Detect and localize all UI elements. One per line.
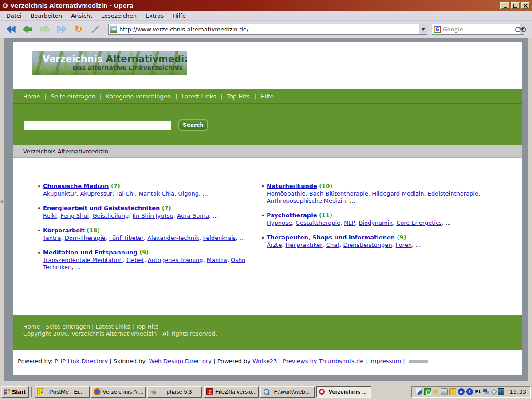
subcategory-link[interactable]: Mantra xyxy=(207,257,227,263)
google-search-input[interactable] xyxy=(443,26,518,33)
subcategory-link[interactable]: Homöopathie xyxy=(267,190,305,197)
google-search-field[interactable]: G xyxy=(432,24,520,35)
subcategory-link[interactable]: Ärzte xyxy=(267,242,282,248)
messenger-a-tray-icon[interactable]: a xyxy=(458,388,465,395)
task-button-opera[interactable]: Verzeichnis ... xyxy=(316,386,371,398)
powered-link[interactable]: Impressum xyxy=(369,358,401,364)
subcategory-link[interactable]: Alexander-Technik xyxy=(147,235,199,241)
subcategory-link[interactable]: Fünf Tibeter xyxy=(109,235,144,241)
subcategory-link[interactable]: Anthroposophische Medizin xyxy=(267,197,346,204)
nav-separator: | xyxy=(254,93,256,100)
category-link[interactable]: Chinesische Medizin xyxy=(43,183,109,189)
lan-status-tray-icon[interactable] xyxy=(483,388,490,395)
subcategory-link[interactable]: Biodynamik xyxy=(359,219,392,226)
category-link[interactable]: Energiearbeit und Geistestechniken xyxy=(43,205,160,211)
footer-link[interactable]: Top Hits xyxy=(136,323,158,330)
category-link[interactable]: Körperarbeit xyxy=(43,227,85,234)
zoom-view-button[interactable] xyxy=(513,23,528,36)
menu-item[interactable]: Datei xyxy=(2,12,26,20)
nav-item[interactable]: Kategorie vorschlagen xyxy=(106,93,171,100)
subcategory-link[interactable]: Gestalttherapie xyxy=(296,219,340,226)
subcategory-link[interactable]: Autogenes Training xyxy=(148,257,203,263)
subcategory-link[interactable]: Akupunktur xyxy=(43,190,76,197)
subcategory-link[interactable]: Foren xyxy=(396,242,412,248)
subcategory-link[interactable]: Feldenkrais xyxy=(203,235,236,241)
subcategory-link[interactable]: Hypnose xyxy=(267,219,292,226)
messenger-f-tray-icon[interactable]: f xyxy=(466,388,473,395)
close-button[interactable] xyxy=(521,2,530,9)
category-link[interactable]: Therapeuten, Shops und Informationen xyxy=(267,234,395,241)
menu-item[interactable]: Lesezeichen xyxy=(97,12,141,20)
powered-link[interactable]: Wolke23 xyxy=(252,358,277,364)
powered-link[interactable]: Web Design Directory xyxy=(149,358,212,364)
subcategory-link[interactable]: Dorn-Therapie xyxy=(65,235,106,241)
rewind-button[interactable] xyxy=(4,23,19,36)
address-dropdown-button[interactable] xyxy=(419,24,427,35)
quick-edit-button[interactable] xyxy=(88,23,103,36)
subcategory-link[interactable]: Mantak Chia xyxy=(138,190,174,197)
reload-button[interactable]: ↻ xyxy=(71,23,86,36)
nav-item[interactable]: Top Hits xyxy=(227,93,249,100)
subcategory-link[interactable]: Aura-Soma xyxy=(177,212,209,219)
scheduler-tray-icon[interactable] xyxy=(490,388,497,395)
subcategory-link[interactable]: Tantra xyxy=(43,235,61,241)
footer-link[interactable]: Home xyxy=(23,323,40,330)
nav-item[interactable]: Hilfe xyxy=(260,93,274,100)
subcategory-link[interactable]: Core Energetics xyxy=(396,219,442,226)
menu-item[interactable]: Extras xyxy=(141,12,168,20)
subcategory-link[interactable]: Qigong xyxy=(178,190,199,197)
task-button-firefox[interactable]: Verzeichnis Al... xyxy=(91,386,146,398)
nav-item[interactable]: Home xyxy=(23,93,40,100)
task-button-explorer[interactable]: F:\work\web... xyxy=(260,386,315,398)
subcategory-link[interactable]: Jin Shin Jyutsu xyxy=(132,212,173,219)
address-input[interactable] xyxy=(119,26,417,33)
menu-item[interactable]: Hilfe xyxy=(168,12,190,20)
subcategory-link[interactable]: Hildegard-Medizin xyxy=(372,190,424,197)
footer-link[interactable]: Seite eintragen xyxy=(46,323,90,330)
minimize-button[interactable] xyxy=(500,2,510,9)
subcategory-link[interactable]: Bach-Blütentherapie xyxy=(309,190,368,197)
start-button[interactable]: Start xyxy=(1,386,29,398)
subcategory-link[interactable]: Gebet xyxy=(126,257,144,263)
subcategory-link[interactable]: Akupressur xyxy=(80,190,112,197)
network-connection-tray-icon[interactable] xyxy=(424,388,431,395)
nav-item[interactable]: Seite eintragen xyxy=(51,93,95,100)
task-button-phase[interactable]: ◆phase 5.3 xyxy=(147,386,202,398)
category-link[interactable]: Psychotherapie xyxy=(267,212,317,219)
address-field[interactable]: VA xyxy=(108,24,419,35)
capture-tray-icon[interactable] xyxy=(441,388,448,395)
page-search-input[interactable] xyxy=(24,121,171,130)
search-button[interactable]: Search xyxy=(178,119,208,131)
restore-button[interactable] xyxy=(511,2,520,9)
subcategory-link[interactable]: Transzendentale Meditation xyxy=(43,257,123,263)
subcategory-link[interactable]: Feng Shui xyxy=(60,212,89,219)
volume-tray-icon[interactable] xyxy=(433,388,439,395)
subcategory-link[interactable]: Geistheilung xyxy=(92,212,129,219)
forward-button[interactable] xyxy=(37,23,52,36)
category-link[interactable]: Meditation und Entspannung xyxy=(43,249,138,256)
title-bar[interactable]: Verzeichnis Alternativmedizin - Opera xyxy=(0,0,532,11)
footer-link[interactable]: Latest Links xyxy=(96,323,130,330)
subcategory-link[interactable]: Heilpraktiker xyxy=(285,242,322,248)
subcategory-link[interactable]: Dienstleistungen xyxy=(343,242,392,248)
pdf-tool-tray-icon[interactable]: Pt xyxy=(475,388,481,395)
subcategory-link[interactable]: Edelsteintherapie xyxy=(428,190,478,197)
subcategory-link[interactable]: Chat xyxy=(326,242,339,248)
subcategory-link[interactable]: NLP xyxy=(344,219,355,226)
fast-forward-button[interactable] xyxy=(54,23,69,36)
firewall-shield-tray-icon[interactable] xyxy=(416,388,422,395)
menu-item[interactable]: Ansicht xyxy=(67,12,97,20)
task-button-filezilla[interactable]: ZFileZilla versio... xyxy=(204,386,259,398)
powered-link[interactable]: PHP Link Directory xyxy=(55,358,108,364)
task-button-postme[interactable]: @PostMe - Ei... xyxy=(35,386,90,398)
panel-toggle-arrow[interactable] xyxy=(0,200,3,204)
back-button[interactable] xyxy=(20,23,35,36)
nav-item[interactable]: Latest Links xyxy=(181,93,216,100)
subcategory-link[interactable]: Reiki xyxy=(43,212,57,219)
category-link[interactable]: Naturheilkunde xyxy=(267,183,317,189)
display-settings-tray-icon[interactable] xyxy=(498,388,504,395)
subcategory-link[interactable]: Tai Chi xyxy=(116,190,134,197)
mail-notifier-tray-icon[interactable] xyxy=(449,388,456,395)
menu-item[interactable]: Bearbeiten xyxy=(26,12,67,20)
powered-link[interactable]: Previews by Thumbshots.de xyxy=(283,358,363,364)
